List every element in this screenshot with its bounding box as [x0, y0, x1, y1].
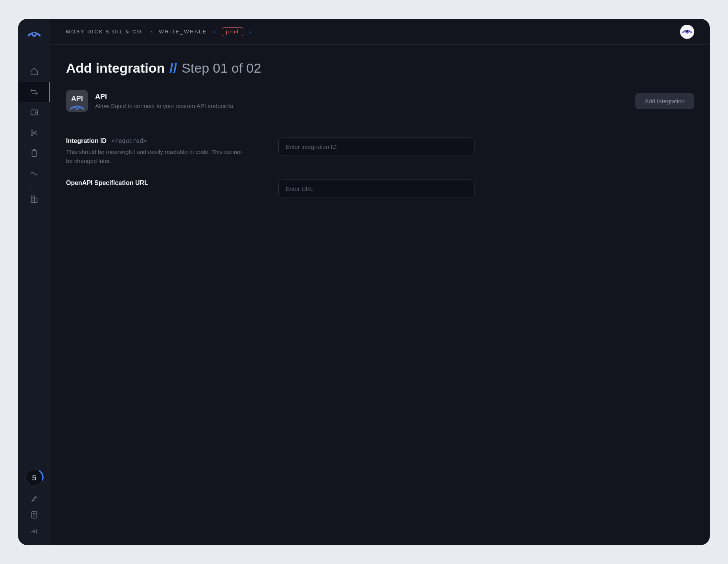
- integration-type-icon: API: [66, 90, 88, 112]
- home-icon: [30, 67, 39, 76]
- form-row-openapi-url: OpenAPI Specification URL: [66, 179, 694, 198]
- form-row-integration-id: Integration ID <required> This should be…: [66, 137, 694, 165]
- collapse-icon[interactable]: [30, 527, 39, 536]
- wave-icon: [30, 169, 39, 178]
- sidebar-bottom: 5: [25, 468, 44, 545]
- content-area: Add integration // Step 01 of 02 API: [50, 45, 710, 214]
- field-info: Integration ID <required> This should be…: [66, 137, 247, 165]
- field-input-wrapper: [278, 179, 475, 198]
- breadcrumb-org[interactable]: MOBY DICK'S OIL & CO.: [66, 29, 144, 35]
- bottom-icons: [30, 494, 39, 536]
- building-icon: [30, 195, 39, 203]
- nav-divider: [18, 186, 37, 187]
- terminal-icon: [30, 108, 39, 117]
- svg-point-14: [25, 468, 44, 487]
- integration-header: API API Allow Squid to connect to your c…: [66, 90, 694, 123]
- breadcrumb: MOBY DICK'S OIL & CO. › WHITE_WHALE › pr…: [66, 27, 251, 36]
- swap-arrows-icon: [30, 88, 39, 96]
- integration-info: API API Allow Squid to connect to your c…: [66, 90, 233, 112]
- scissors-icon: [30, 128, 39, 137]
- broom-icon[interactable]: [30, 494, 39, 503]
- nav-metrics[interactable]: [18, 163, 50, 184]
- field-info: OpenAPI Specification URL: [66, 179, 247, 198]
- main-content: MOBY DICK'S OIL & CO. › WHITE_WHALE › pr…: [50, 19, 710, 545]
- svg-rect-8: [31, 196, 35, 203]
- avatar[interactable]: [680, 25, 694, 39]
- svg-point-1: [33, 33, 35, 35]
- clipboard-icon: [30, 149, 39, 157]
- form-fields: Integration ID <required> This should be…: [66, 137, 694, 198]
- openapi-url-input[interactable]: [278, 179, 475, 198]
- nav-items: [18, 61, 50, 209]
- field-label: Integration ID <required>: [66, 137, 247, 145]
- title-separator: //: [169, 60, 177, 76]
- progress-ring-icon: [25, 468, 44, 487]
- nav-organization[interactable]: [18, 189, 50, 209]
- sidebar: 5: [18, 19, 50, 545]
- field-label: OpenAPI Specification URL: [66, 179, 247, 187]
- add-integration-button[interactable]: Add Integration: [635, 93, 694, 109]
- title-main: Add integration: [66, 60, 165, 76]
- eye-small-icon: [70, 104, 84, 110]
- nav-connections[interactable]: [18, 123, 50, 143]
- nav-tasks[interactable]: [18, 143, 50, 163]
- eye-logo-icon: [27, 27, 41, 42]
- svg-point-4: [31, 130, 33, 132]
- openapi-url-label: OpenAPI Specification URL: [66, 179, 148, 187]
- integration-name: API: [95, 93, 233, 101]
- topbar: MOBY DICK'S OIL & CO. › WHITE_WHALE › pr…: [50, 19, 710, 45]
- progress-badge[interactable]: 5: [25, 468, 44, 487]
- integration-id-input[interactable]: [278, 137, 475, 156]
- required-marker: <required>: [111, 137, 147, 145]
- nav-queries[interactable]: [18, 102, 50, 123]
- integration-description: Allow Squid to connect to your custom AP…: [95, 103, 233, 109]
- svg-rect-9: [35, 198, 37, 202]
- breadcrumb-project[interactable]: WHITE_WHALE: [159, 29, 207, 35]
- app-window: 5 MOBY: [18, 19, 710, 545]
- page-title: Add integration // Step 01 of 02: [66, 60, 694, 76]
- integration-id-description: This should be meaningful and easily rea…: [66, 148, 247, 165]
- svg-point-5: [31, 134, 33, 136]
- docs-icon[interactable]: [30, 511, 39, 519]
- chevron-right-icon: ›: [213, 29, 215, 35]
- nav-integrations[interactable]: [18, 82, 50, 102]
- svg-point-23: [76, 107, 78, 108]
- field-input-wrapper: [278, 137, 475, 165]
- env-badge[interactable]: prod: [222, 27, 243, 36]
- integration-id-label: Integration ID: [66, 137, 107, 145]
- title-step: Step 01 of 02: [182, 60, 261, 76]
- nav-home[interactable]: [18, 61, 50, 82]
- integration-details: API Allow Squid to connect to your custo…: [95, 93, 233, 109]
- avatar-eye-icon: [682, 26, 693, 37]
- svg-point-3: [35, 112, 36, 113]
- chevron-right-icon: ›: [250, 29, 252, 35]
- svg-point-21: [686, 30, 688, 32]
- app-logo[interactable]: [26, 27, 42, 42]
- chevron-right-icon: ›: [151, 29, 153, 35]
